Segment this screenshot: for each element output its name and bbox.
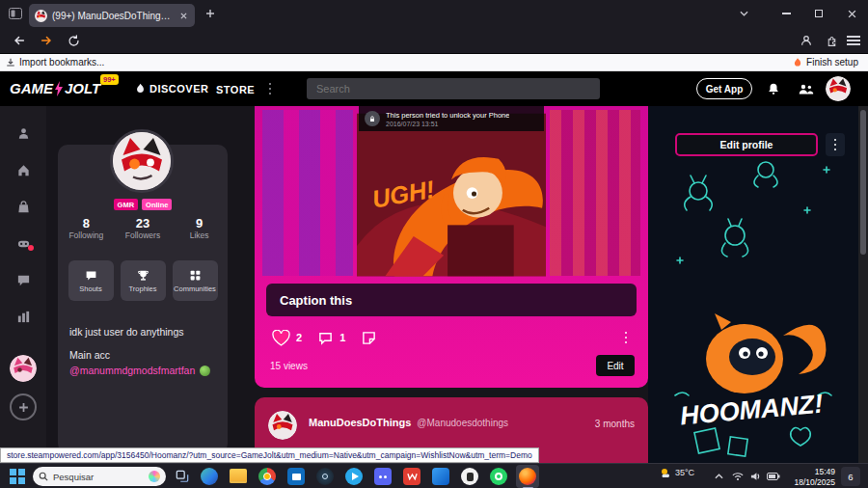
new-tab-button[interactable] <box>203 6 218 21</box>
gamejolt-logo[interactable]: GAME JOLT <box>10 80 100 96</box>
stat-label: Followers <box>125 230 160 240</box>
stat-label: Following <box>68 230 103 240</box>
forward-button[interactable] <box>35 29 58 52</box>
weather-widget[interactable]: 35°C <box>660 467 694 478</box>
stat-value: 23 <box>136 216 149 230</box>
profile-stats: 8 Following 23 Followers 9 Likes <box>58 216 228 240</box>
window-restore-button[interactable] <box>802 0 835 27</box>
tab-favicon <box>35 10 47 22</box>
tray-chevron-icon[interactable] <box>712 470 725 483</box>
nav-store[interactable]: STORE <box>216 84 255 95</box>
library-icon[interactable] <box>15 309 31 324</box>
discover-label: DISCOVER <box>149 83 208 95</box>
profile-options-icon[interactable] <box>826 133 845 156</box>
search-highlight-icon <box>149 471 160 482</box>
home-icon[interactable] <box>15 162 31 177</box>
store-icon[interactable] <box>15 199 31 214</box>
post-image-overlay: This person tried to unlock your Phone 2… <box>359 106 544 131</box>
stat-followers[interactable]: 23 Followers <box>115 216 172 240</box>
post2-age[interactable]: 3 months <box>595 419 635 429</box>
communities-button[interactable]: Communities <box>173 260 218 301</box>
profile-shortcut-icon[interactable] <box>15 125 31 141</box>
wifi-icon[interactable] <box>731 470 745 483</box>
whatsapp-icon[interactable] <box>490 468 507 485</box>
notifications-bell-icon[interactable] <box>764 79 783 98</box>
list-all-tabs-icon[interactable] <box>735 6 752 21</box>
profile-link[interactable]: @manummdgmodsfmartfan <box>69 365 195 376</box>
stat-likes[interactable]: 9 Likes <box>171 216 228 240</box>
post2-avatar[interactable] <box>268 411 297 440</box>
fireside-flame-icon <box>135 82 146 95</box>
post-options-icon[interactable] <box>619 330 633 345</box>
post-art-pattern-right <box>550 110 640 276</box>
nav-discover[interactable]: DISCOVER <box>135 82 208 95</box>
telegram-icon[interactable] <box>345 468 363 485</box>
scrollbar-thumb[interactable] <box>860 110 866 255</box>
menu-icon[interactable] <box>847 36 860 45</box>
post-image[interactable]: UGH! <box>357 112 546 278</box>
account-icon[interactable] <box>795 29 818 52</box>
logo-text-left: GAME <box>10 80 53 96</box>
extensions-icon[interactable] <box>820 29 843 52</box>
reload-button[interactable] <box>62 29 85 52</box>
edit-profile-label: Edit profile <box>720 139 773 150</box>
profile-avatar[interactable] <box>110 129 174 193</box>
import-bookmarks-button[interactable]: Import bookmarks... <box>6 57 104 68</box>
firefox-view-icon[interactable] <box>7 6 24 21</box>
steam-icon[interactable] <box>316 468 334 485</box>
epic-icon[interactable] <box>461 468 478 485</box>
start-button[interactable] <box>10 469 25 484</box>
messages-icon[interactable] <box>15 272 31 287</box>
battery-icon[interactable] <box>766 470 781 483</box>
browser-tab[interactable]: (99+) ManuDoesDoThings (@M <box>29 4 195 27</box>
firefox-taskbar-item[interactable] <box>516 465 539 488</box>
back-button[interactable] <box>8 29 31 52</box>
shout-icon <box>85 269 97 282</box>
friends-icon[interactable] <box>795 79 816 98</box>
file-explorer-icon[interactable] <box>230 469 247 483</box>
post2-header: ManuDoesDoThings @Manudoesdothings <box>309 417 508 428</box>
edge-icon[interactable] <box>201 468 218 485</box>
post2-author[interactable]: ManuDoesDoThings <box>309 417 411 428</box>
wps-icon[interactable] <box>403 468 420 485</box>
nav-more-icon[interactable] <box>264 82 276 95</box>
taskbar: Pesquisar <box>0 463 868 488</box>
get-app-button[interactable]: Get App <box>696 78 752 99</box>
tab-close-icon[interactable] <box>177 10 189 21</box>
notification-center-badge[interactable]: 6 <box>841 467 860 486</box>
trophies-button[interactable]: Trophies <box>121 260 166 301</box>
shouts-button[interactable]: Shouts <box>68 260 114 301</box>
edit-profile-button[interactable]: Edit profile <box>675 133 818 156</box>
taskbar-search[interactable]: Pesquisar <box>33 467 166 486</box>
post2-handle[interactable]: @Manudoesdothings <box>417 418 508 428</box>
user-avatar[interactable] <box>826 76 851 101</box>
sticker-button[interactable] <box>359 328 378 347</box>
like-count: 2 <box>296 332 302 343</box>
finish-setup-button[interactable]: Finish setup <box>793 57 858 68</box>
emoji-icon <box>200 366 210 376</box>
discord-icon[interactable] <box>374 468 392 485</box>
profile-actions: Shouts Trophies Communities <box>58 260 228 301</box>
volume-icon[interactable] <box>748 470 762 483</box>
profile-bio: idk just user do anythings <box>69 326 183 338</box>
clock-widget[interactable]: 15:49 18/10/2025 <box>787 467 835 487</box>
add-button[interactable] <box>10 393 37 420</box>
comment-button[interactable] <box>315 328 335 347</box>
like-button[interactable] <box>270 327 291 348</box>
stat-following[interactable]: 8 Following <box>58 216 115 240</box>
post-edit-button[interactable]: Edit <box>596 355 635 376</box>
sidebar-avatar[interactable] <box>10 355 37 382</box>
vscode-icon[interactable] <box>432 468 449 485</box>
post-caption-bar: Caption this <box>266 284 637 316</box>
site-search[interactable] <box>307 78 600 99</box>
task-view-icon[interactable] <box>174 468 191 485</box>
comment-count: 1 <box>339 332 345 343</box>
gmr-badge[interactable]: GMR <box>114 199 139 210</box>
store-app-icon[interactable] <box>287 468 305 485</box>
finish-setup-label: Finish setup <box>806 57 858 68</box>
window-minimize-button[interactable] <box>770 0 802 27</box>
lock-icon <box>365 111 380 126</box>
site-search-input[interactable] <box>307 78 600 99</box>
chrome-icon[interactable] <box>258 468 276 485</box>
window-close-button[interactable] <box>835 0 868 27</box>
